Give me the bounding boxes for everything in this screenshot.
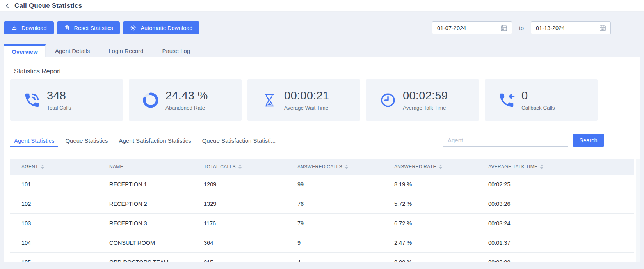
download-button[interactable]: Download: [4, 21, 54, 34]
agent-search: Search: [443, 134, 604, 147]
column-header-total-calls[interactable]: TOTAL CALLS: [204, 164, 297, 170]
column-header-answered-calls[interactable]: ANSWERED CALLS: [297, 164, 394, 170]
column-header-answered-rate[interactable]: ANSWERED RATE: [394, 164, 488, 170]
stat-value: 00:02:59: [403, 89, 448, 102]
automatic-download-button[interactable]: Automatic Download: [123, 21, 199, 34]
cell-average-talk-time: 00:03:24: [488, 220, 634, 227]
cell-answered-calls: 9: [297, 240, 394, 246]
cell-answered-calls: 99: [297, 181, 394, 188]
cell-total-calls: 215: [204, 259, 297, 263]
column-header-average-talk-time[interactable]: AVERAGE TALK TIME: [488, 164, 634, 170]
stat-cards: 348 Total Calls 24.43 % Abandoned Rate: [10, 79, 598, 121]
vertical-scrollbar[interactable]: [636, 159, 640, 262]
tab-pause-log[interactable]: Pause Log: [153, 44, 199, 57]
page-title: Call Queue Statistics: [14, 2, 82, 10]
cell-total-calls: 1209: [204, 181, 297, 188]
cell-agent: 102: [21, 201, 109, 207]
sort-icon[interactable]: [41, 165, 44, 169]
cell-answered-calls: 76: [297, 201, 394, 207]
cell-agent: 105: [21, 259, 109, 263]
sort-icon[interactable]: [238, 165, 242, 169]
statistics-report-title: Statistics Report: [14, 67, 61, 75]
stat-label: Callback Calls: [521, 105, 555, 111]
agent-statistics-table-header: AGENT NAME TOTAL CALLS ANSWERED CALLS AN…: [10, 159, 634, 175]
calendar-icon[interactable]: [500, 24, 508, 32]
column-label: AVERAGE TALK TIME: [488, 164, 537, 170]
column-header-name: NAME: [109, 164, 204, 170]
subtab-queue-statistics[interactable]: Queue Statistics: [61, 134, 112, 147]
stat-value: 24.43 %: [165, 89, 208, 102]
cell-answered-rate: 0.00 %: [394, 259, 488, 263]
calendar-icon[interactable]: [599, 24, 607, 32]
phone-callback-icon: [498, 91, 516, 109]
subtab-queue-satisfaction-statistics[interactable]: Queue Satisfaction Statisti...: [198, 134, 279, 147]
cell-name: OPD DOCTORS TEAM: [109, 259, 204, 263]
back-button[interactable]: [4, 2, 11, 9]
cell-answered-calls: 79: [297, 220, 394, 227]
gear-icon: [130, 25, 137, 31]
sort-icon[interactable]: [345, 165, 348, 169]
cell-average-talk-time: 00:02:25: [488, 181, 634, 188]
agent-search-input[interactable]: [443, 134, 568, 147]
tab-overview[interactable]: Overview: [4, 44, 46, 57]
cell-agent: 101: [21, 181, 109, 188]
cell-name: RECEPTION 3: [109, 220, 204, 227]
date-start-input[interactable]: [437, 25, 500, 31]
cell-total-calls: 1329: [204, 201, 297, 207]
date-start-field[interactable]: [432, 21, 512, 34]
agent-statistics-table-body: 101 RECEPTION 1 1209 99 8.19 % 00:02:25 …: [10, 175, 634, 262]
phone-in-talk-icon: [23, 91, 41, 109]
tab-login-record[interactable]: Login Record: [99, 44, 153, 57]
sort-icon[interactable]: [540, 165, 543, 169]
stat-card-abandoned-rate: 24.43 % Abandoned Rate: [129, 79, 242, 121]
stat-value: 0: [521, 89, 555, 102]
sort-icon[interactable]: [439, 165, 442, 169]
tab-agent-details[interactable]: Agent Details: [46, 44, 99, 57]
date-range: to: [432, 21, 611, 34]
cell-total-calls: 1176: [204, 220, 297, 227]
cell-agent: 104: [21, 240, 109, 246]
cell-answered-rate: 2.47 %: [394, 240, 488, 246]
cell-agent: 103: [21, 220, 109, 227]
table-row-partially-visible: 105 OPD DOCTORS TEAM 215 4 0.00 % 00:00:…: [10, 253, 634, 262]
hourglass-icon: [262, 92, 277, 109]
stat-label: Average Wait Time: [284, 105, 329, 111]
stat-label: Total Calls: [47, 105, 71, 111]
stat-card-total-calls: 348 Total Calls: [10, 79, 123, 121]
column-label: ANSWERED CALLS: [297, 164, 342, 170]
table-row: 103 RECEPTION 3 1176 79 6.72 % 00:03:24: [10, 214, 634, 233]
reset-statistics-button[interactable]: Reset Statistics: [57, 21, 120, 34]
cell-average-talk-time: 00:01:37: [488, 240, 634, 246]
automatic-download-button-label: Automatic Download: [141, 25, 192, 31]
stat-value: 348: [47, 89, 71, 102]
reset-statistics-button-label: Reset Statistics: [74, 25, 113, 31]
column-label: ANSWERED RATE: [394, 164, 436, 170]
chevron-left-icon: [4, 2, 11, 9]
download-button-label: Download: [21, 25, 47, 31]
date-end-input[interactable]: [536, 25, 599, 31]
stat-card-average-talk-time: 00:02:59 Average Talk Time: [366, 79, 479, 121]
date-end-field[interactable]: [531, 21, 611, 34]
trash-icon: [64, 25, 70, 31]
column-header-agent[interactable]: AGENT: [21, 164, 109, 170]
progress-ring-icon: [142, 92, 159, 108]
stat-card-callback-calls: 0 Callback Calls: [485, 79, 598, 121]
cell-answered-rate: 5.72 %: [394, 201, 488, 207]
subtab-agent-satisfaction-statistics[interactable]: Agent Satisfaction Statistics: [115, 134, 195, 147]
column-label: NAME: [109, 164, 123, 170]
search-button[interactable]: Search: [573, 134, 604, 147]
page-header: Call Queue Statistics: [0, 0, 644, 12]
stat-value: 00:00:21: [284, 89, 329, 102]
clock-icon: [380, 92, 396, 108]
toolbar: Download Reset Statistics Automa: [4, 21, 199, 34]
cell-answered-calls: 4: [297, 259, 394, 263]
stat-card-average-wait-time: 00:00:21 Average Wait Time: [247, 79, 360, 121]
download-icon: [11, 25, 18, 31]
subtab-agent-statistics[interactable]: Agent Statistics: [10, 134, 58, 147]
statistics-sub-tabs: Agent Statistics Queue Statistics Agent …: [10, 134, 279, 147]
call-queue-statistics-page: Call Queue Statistics Download Reset Sta…: [0, 0, 644, 269]
cell-name: RECEPTION 2: [109, 201, 204, 207]
cell-total-calls: 364: [204, 240, 297, 246]
cell-average-talk-time: 00:03:26: [488, 201, 634, 207]
cell-average-talk-time: 00:00:00: [488, 259, 634, 263]
